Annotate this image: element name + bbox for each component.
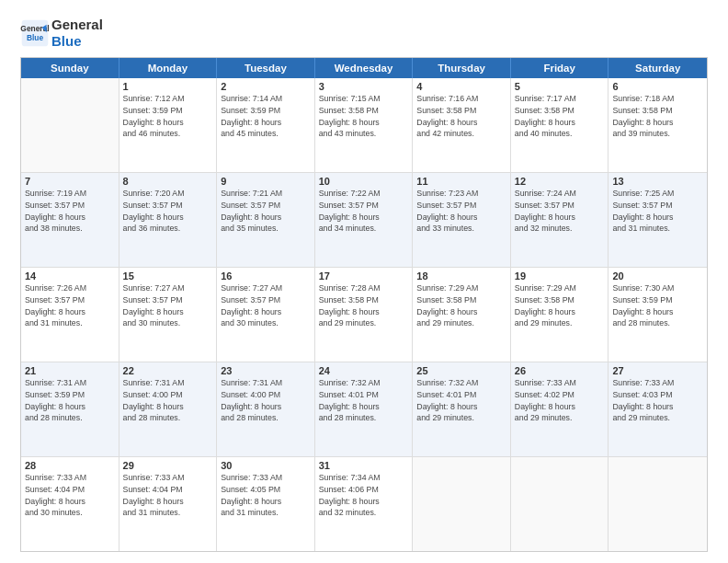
calendar-day: 7Sunrise: 7:19 AMSunset: 3:57 PMDaylight…: [21, 173, 119, 267]
day-number: 3: [319, 81, 409, 92]
calendar-day: [511, 457, 609, 551]
calendar-week-3: 14Sunrise: 7:26 AMSunset: 3:57 PMDayligh…: [21, 267, 707, 362]
day-info: Sunrise: 7:21 AMSunset: 3:57 PMDaylight:…: [221, 188, 311, 235]
day-number: 16: [221, 270, 311, 282]
calendar-day: 30Sunrise: 7:33 AMSunset: 4:05 PMDayligh…: [217, 457, 315, 551]
calendar-day: 25Sunrise: 7:32 AMSunset: 4:01 PMDayligh…: [413, 362, 511, 456]
calendar-day: 11Sunrise: 7:23 AMSunset: 3:57 PMDayligh…: [413, 173, 511, 267]
calendar-day: 24Sunrise: 7:32 AMSunset: 4:01 PMDayligh…: [315, 362, 414, 456]
svg-text:Blue: Blue: [27, 33, 44, 42]
calendar-day: 2Sunrise: 7:14 AMSunset: 3:59 PMDaylight…: [217, 78, 315, 172]
calendar-day: 31Sunrise: 7:34 AMSunset: 4:06 PMDayligh…: [315, 457, 414, 551]
day-info: Sunrise: 7:19 AMSunset: 3:57 PMDaylight:…: [25, 188, 115, 235]
day-number: 17: [319, 270, 409, 282]
day-number: 7: [25, 176, 115, 187]
day-number: 19: [515, 270, 605, 282]
day-number: 22: [123, 365, 213, 376]
header-day-wednesday: Wednesday: [315, 58, 414, 78]
day-number: 9: [221, 176, 311, 187]
day-number: 13: [612, 176, 703, 187]
header-day-thursday: Thursday: [413, 58, 511, 78]
day-info: Sunrise: 7:17 AMSunset: 3:58 PMDaylight:…: [515, 93, 605, 140]
calendar-day: 16Sunrise: 7:27 AMSunset: 3:57 PMDayligh…: [217, 268, 315, 362]
calendar-day: 17Sunrise: 7:28 AMSunset: 3:58 PMDayligh…: [315, 268, 414, 362]
day-info: Sunrise: 7:29 AMSunset: 3:58 PMDaylight:…: [515, 282, 605, 329]
calendar-day: [413, 457, 511, 551]
day-info: Sunrise: 7:33 AMSunset: 4:03 PMDaylight:…: [612, 377, 703, 424]
calendar: SundayMondayTuesdayWednesdayThursdayFrid…: [20, 57, 708, 552]
calendar-week-5: 28Sunrise: 7:33 AMSunset: 4:04 PMDayligh…: [21, 456, 707, 551]
calendar-day: 29Sunrise: 7:33 AMSunset: 4:04 PMDayligh…: [119, 457, 218, 551]
day-number: 5: [515, 81, 605, 92]
header-day-tuesday: Tuesday: [217, 58, 315, 78]
day-number: 8: [123, 176, 213, 187]
day-number: 21: [25, 365, 115, 376]
header-day-friday: Friday: [511, 58, 609, 78]
day-number: 29: [123, 460, 213, 471]
day-info: Sunrise: 7:27 AMSunset: 3:57 PMDaylight:…: [123, 282, 213, 329]
day-number: 12: [515, 176, 605, 187]
day-number: 4: [416, 81, 506, 92]
header: General Blue General Blue: [20, 17, 708, 50]
calendar-day: [609, 457, 707, 551]
calendar-day: 12Sunrise: 7:24 AMSunset: 3:57 PMDayligh…: [511, 173, 609, 267]
day-number: 27: [612, 365, 703, 376]
calendar-day: 9Sunrise: 7:21 AMSunset: 3:57 PMDaylight…: [217, 173, 315, 267]
day-info: Sunrise: 7:22 AMSunset: 3:57 PMDaylight:…: [319, 188, 409, 235]
day-number: 1: [123, 81, 213, 92]
calendar-day: 19Sunrise: 7:29 AMSunset: 3:58 PMDayligh…: [511, 268, 609, 362]
day-info: Sunrise: 7:14 AMSunset: 3:59 PMDaylight:…: [221, 93, 311, 140]
day-info: Sunrise: 7:27 AMSunset: 3:57 PMDaylight:…: [221, 282, 311, 329]
day-number: 24: [319, 365, 409, 376]
day-info: Sunrise: 7:20 AMSunset: 3:57 PMDaylight:…: [123, 188, 213, 235]
logo: General Blue General Blue: [20, 17, 103, 50]
day-info: Sunrise: 7:33 AMSunset: 4:04 PMDaylight:…: [123, 472, 213, 519]
calendar-day: 21Sunrise: 7:31 AMSunset: 3:59 PMDayligh…: [21, 362, 119, 456]
day-info: Sunrise: 7:12 AMSunset: 3:59 PMDaylight:…: [123, 93, 213, 140]
calendar-day: 1Sunrise: 7:12 AMSunset: 3:59 PMDaylight…: [119, 78, 218, 172]
day-info: Sunrise: 7:16 AMSunset: 3:58 PMDaylight:…: [416, 93, 506, 140]
logo-text: General Blue: [51, 17, 103, 50]
day-info: Sunrise: 7:24 AMSunset: 3:57 PMDaylight:…: [515, 188, 605, 235]
calendar-day: 14Sunrise: 7:26 AMSunset: 3:57 PMDayligh…: [21, 268, 119, 362]
calendar-day: 15Sunrise: 7:27 AMSunset: 3:57 PMDayligh…: [119, 268, 218, 362]
calendar-day: 28Sunrise: 7:33 AMSunset: 4:04 PMDayligh…: [21, 457, 119, 551]
day-info: Sunrise: 7:29 AMSunset: 3:58 PMDaylight:…: [416, 282, 506, 329]
day-number: 30: [221, 460, 311, 471]
day-info: Sunrise: 7:33 AMSunset: 4:04 PMDaylight:…: [25, 472, 115, 519]
header-day-monday: Monday: [119, 58, 218, 78]
day-info: Sunrise: 7:30 AMSunset: 3:59 PMDaylight:…: [612, 282, 703, 329]
day-info: Sunrise: 7:31 AMSunset: 4:00 PMDaylight:…: [123, 377, 213, 424]
calendar-day: 22Sunrise: 7:31 AMSunset: 4:00 PMDayligh…: [119, 362, 218, 456]
header-day-sunday: Sunday: [21, 58, 119, 78]
day-number: 23: [221, 365, 311, 376]
day-number: 18: [416, 270, 506, 282]
day-info: Sunrise: 7:23 AMSunset: 3:57 PMDaylight:…: [416, 188, 506, 235]
day-number: 14: [25, 270, 115, 282]
header-day-saturday: Saturday: [609, 58, 707, 78]
calendar-day: 13Sunrise: 7:25 AMSunset: 3:57 PMDayligh…: [609, 173, 707, 267]
day-number: 28: [25, 460, 115, 471]
day-number: 15: [123, 270, 213, 282]
day-info: Sunrise: 7:25 AMSunset: 3:57 PMDaylight:…: [612, 188, 703, 235]
calendar-body: 1Sunrise: 7:12 AMSunset: 3:59 PMDaylight…: [21, 78, 707, 551]
day-info: Sunrise: 7:18 AMSunset: 3:58 PMDaylight:…: [612, 93, 703, 140]
calendar-day: 6Sunrise: 7:18 AMSunset: 3:58 PMDaylight…: [609, 78, 707, 172]
day-number: 10: [319, 176, 409, 187]
calendar-day: 23Sunrise: 7:31 AMSunset: 4:00 PMDayligh…: [217, 362, 315, 456]
day-number: 6: [612, 81, 703, 92]
day-number: 26: [515, 365, 605, 376]
day-info: Sunrise: 7:34 AMSunset: 4:06 PMDaylight:…: [319, 472, 409, 519]
day-number: 25: [416, 365, 506, 376]
day-info: Sunrise: 7:31 AMSunset: 4:00 PMDaylight:…: [221, 377, 311, 424]
logo-icon: General Blue: [20, 18, 50, 48]
calendar-day: 26Sunrise: 7:33 AMSunset: 4:02 PMDayligh…: [511, 362, 609, 456]
day-info: Sunrise: 7:32 AMSunset: 4:01 PMDaylight:…: [416, 377, 506, 424]
day-number: 2: [221, 81, 311, 92]
day-info: Sunrise: 7:33 AMSunset: 4:05 PMDaylight:…: [221, 472, 311, 519]
calendar-day: 18Sunrise: 7:29 AMSunset: 3:58 PMDayligh…: [413, 268, 511, 362]
day-number: 11: [416, 176, 506, 187]
calendar-day: 27Sunrise: 7:33 AMSunset: 4:03 PMDayligh…: [609, 362, 707, 456]
calendar-day: 5Sunrise: 7:17 AMSunset: 3:58 PMDaylight…: [511, 78, 609, 172]
calendar-day: 20Sunrise: 7:30 AMSunset: 3:59 PMDayligh…: [609, 268, 707, 362]
